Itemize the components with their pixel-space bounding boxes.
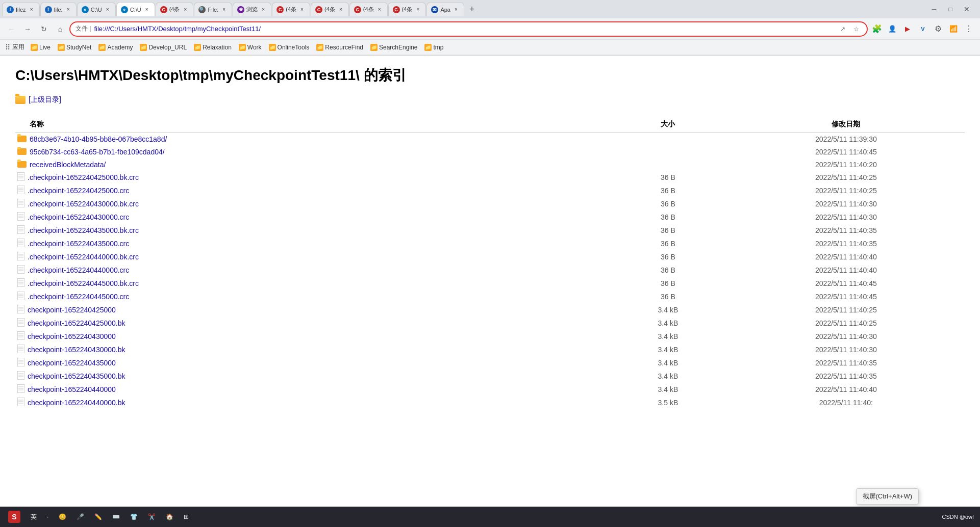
file-name-cell: checkpoint-1652240430000.bk <box>15 343 609 356</box>
tab-active[interactable]: e C:\U × <box>116 2 155 16</box>
tab-close-btn[interactable]: × <box>220 6 228 13</box>
taskbar-keyboard[interactable]: ⌨️ <box>108 512 124 521</box>
file-link[interactable]: .checkpoint-1652240430000.bk.crc <box>28 200 139 208</box>
tab-browse[interactable]: 👁 浏览 × <box>233 2 271 16</box>
bookmark-studynet[interactable]: 📁 StudyNet <box>55 43 94 52</box>
taskbar-cut[interactable]: ✂️ <box>144 512 160 521</box>
file-link[interactable]: checkpoint-1652240425000 <box>28 306 116 314</box>
tab-close-btn[interactable]: × <box>28 6 35 13</box>
tab-close-btn[interactable]: × <box>376 6 383 13</box>
tab-filez[interactable]: f filez × <box>2 2 40 16</box>
tab-c3[interactable]: C (4条 × <box>311 2 349 16</box>
bookmark-live[interactable]: 📁 Live <box>28 43 54 52</box>
bookmark-academy[interactable]: 📁 Academy <box>95 43 136 52</box>
taskbar-dot[interactable]: · <box>43 512 53 521</box>
file-link[interactable]: receivedBlockMetadata/ <box>30 161 106 169</box>
wifi-icon[interactable]: 📶 <box>946 22 961 36</box>
tab-apa[interactable]: ✉ Apa × <box>426 2 464 16</box>
bookmark-onlinetools[interactable]: 📁 OnlineTools <box>266 43 313 52</box>
taskbar-input-method[interactable]: S <box>4 510 24 524</box>
tab-file2[interactable]: f file: × <box>40 2 77 16</box>
refresh-button[interactable]: ↻ <box>37 22 51 36</box>
tab-close-btn[interactable]: × <box>298 6 306 13</box>
file-link[interactable]: .checkpoint-1652240425000.crc <box>28 187 129 195</box>
file-name-cell: .checkpoint-1652240440000.bk.crc <box>15 250 609 264</box>
tab-c4[interactable]: C (4条 × <box>349 2 388 16</box>
parent-directory-link[interactable]: [上级目录] <box>29 95 61 104</box>
tab-close-btn[interactable]: × <box>337 6 344 13</box>
tab-close-btn[interactable]: × <box>65 6 72 13</box>
file-link[interactable]: .checkpoint-1652240430000.crc <box>28 213 129 221</box>
file-link[interactable]: .checkpoint-1652240445000.crc <box>28 293 129 301</box>
tab-close-btn[interactable]: × <box>260 6 267 13</box>
address-bar[interactable]: 文件 | ↗ ☆ <box>69 21 868 37</box>
tab-c5[interactable]: C (4条 × <box>388 2 426 16</box>
bookmark-develop-url[interactable]: 📁 Develop_URL <box>137 43 190 52</box>
file-link[interactable]: checkpoint-1652240425000.bk <box>28 319 125 327</box>
file-name-cell: .checkpoint-1652240435000.crc <box>15 237 609 250</box>
input-method-icon: S <box>8 511 20 523</box>
bookmark-work[interactable]: 📁 Work <box>236 43 265 52</box>
minimize-button[interactable]: ─ <box>927 2 941 16</box>
taskbar-lang[interactable]: 英 <box>27 512 41 522</box>
bookmark-tmp[interactable]: 📁 tmp <box>421 43 446 52</box>
back-button[interactable]: ← <box>4 22 18 36</box>
file-icon <box>17 212 24 222</box>
tab-close-btn[interactable]: × <box>453 6 460 13</box>
file-icon <box>17 305 24 315</box>
bookmark-relaxation[interactable]: 📁 Relaxation <box>191 43 235 52</box>
taskbar-grid[interactable]: ⊞ <box>180 512 193 521</box>
tab-edge1[interactable]: e C:\U × <box>77 2 116 16</box>
more-menu-button[interactable]: ⋮ <box>962 22 976 36</box>
file-date-cell: 2022/5/11 11:40:25 <box>727 317 965 330</box>
profiles-icon[interactable]: 👤 <box>885 22 899 36</box>
youtube-icon[interactable]: ▶ <box>900 22 915 36</box>
file-size-cell: 36 B <box>609 264 727 277</box>
tab-close-btn[interactable]: × <box>143 6 150 13</box>
file-link[interactable]: .checkpoint-1652240440000.bk.crc <box>28 253 139 261</box>
apps-button[interactable]: ⠿ 应用 <box>4 42 24 52</box>
file-link[interactable]: checkpoint-1652240440000 <box>28 385 116 393</box>
file-link[interactable]: checkpoint-1652240440000.bk <box>28 399 125 407</box>
settings-icon[interactable]: ⚙ <box>931 22 945 36</box>
file-link[interactable]: .checkpoint-1652240445000.bk.crc <box>28 279 139 287</box>
forward-button[interactable]: → <box>20 22 35 36</box>
taskbar-emoji[interactable]: 😊 <box>55 512 70 521</box>
file-size-cell <box>609 133 727 146</box>
file-name-cell: .checkpoint-1652240425000.crc <box>15 184 609 197</box>
taskbar-house[interactable]: 🏠 <box>162 512 178 521</box>
tab-c1[interactable]: C (4条 × <box>156 2 194 16</box>
file-date-cell: 2022/5/11 11:40:25 <box>727 184 965 197</box>
maximize-button[interactable]: □ <box>943 2 958 16</box>
bookmark-searchengine[interactable]: 📁 SearchEngine <box>367 43 420 52</box>
bookmark-resourcefind[interactable]: 📁 ResourceFind <box>313 43 366 52</box>
emoji-label: 😊 <box>59 513 66 520</box>
file-link[interactable]: checkpoint-1652240430000.bk <box>28 346 125 354</box>
file-link[interactable]: checkpoint-1652240435000.bk <box>28 372 125 380</box>
file-link[interactable]: checkpoint-1652240435000 <box>28 359 116 367</box>
file-link[interactable]: .checkpoint-1652240435000.bk.crc <box>28 226 139 234</box>
tab-c2[interactable]: C (4条 × <box>272 2 310 16</box>
file-link[interactable]: 68cb3e67-4b10-4b95-bb8e-067be8cc1a8d/ <box>30 135 167 143</box>
taskbar-pen[interactable]: ✏️ <box>90 512 106 521</box>
file-link[interactable]: .checkpoint-1652240425000.bk.crc <box>28 173 139 181</box>
address-input[interactable] <box>94 25 834 33</box>
star-icon[interactable]: ☆ <box>850 23 862 35</box>
translate-icon[interactable]: V <box>916 22 930 36</box>
taskbar-mic[interactable]: 🎤 <box>72 512 88 521</box>
new-tab-button[interactable]: + <box>465 2 479 16</box>
share-icon[interactable]: ↗ <box>837 23 848 35</box>
table-row: .checkpoint-1652240445000.crc36 B2022/5/… <box>15 290 965 303</box>
file-link[interactable]: checkpoint-1652240430000 <box>28 332 116 340</box>
tab-close-btn[interactable]: × <box>414 6 421 13</box>
file-link[interactable]: 95c6b734-cc63-4a65-b7b1-fbe109cdad04/ <box>30 148 165 156</box>
tab-filesearch[interactable]: 🔍 File: × <box>194 2 232 16</box>
home-button[interactable]: ⌂ <box>53 22 67 36</box>
file-link[interactable]: .checkpoint-1652240435000.crc <box>28 240 129 248</box>
extensions-icon[interactable]: 🧩 <box>870 22 884 36</box>
close-button[interactable]: ✕ <box>960 2 974 16</box>
tab-close-btn[interactable]: × <box>182 6 189 13</box>
tab-close-btn[interactable]: × <box>104 6 111 13</box>
file-link[interactable]: .checkpoint-1652240440000.crc <box>28 266 129 274</box>
taskbar-shirt[interactable]: 👕 <box>126 512 142 521</box>
